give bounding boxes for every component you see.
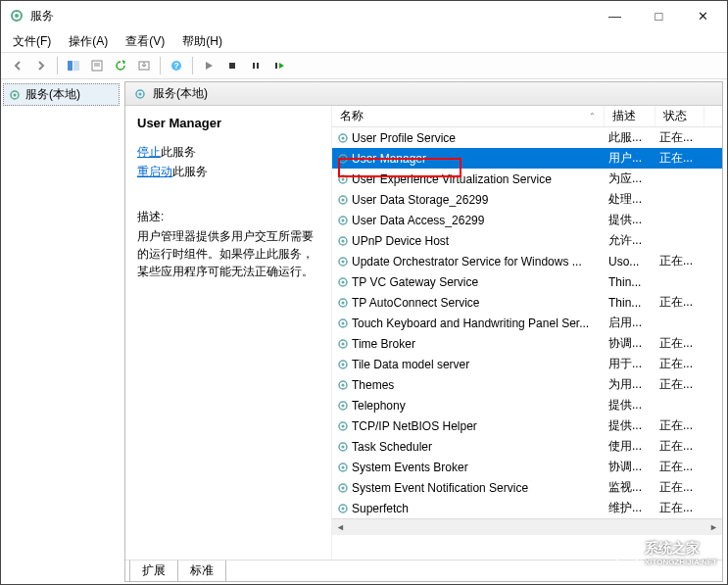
service-row[interactable]: User Data Access_26299提供... [332, 210, 722, 230]
gear-icon [336, 481, 350, 495]
toolbar-separator [192, 57, 193, 74]
show-hide-tree-button[interactable] [63, 55, 84, 76]
service-name: User Profile Service [352, 131, 456, 145]
menu-help[interactable]: 帮助(H) [174, 31, 230, 52]
service-status: 正在... [655, 417, 704, 434]
export-button[interactable] [133, 55, 155, 76]
gear-icon [133, 87, 147, 101]
service-row[interactable]: TP AutoConnect ServiceThin...正在... [332, 292, 722, 313]
panel-title: 服务(本地) [153, 85, 208, 102]
tree-node-services-local[interactable]: 服务(本地) [3, 83, 120, 106]
gear-icon [336, 172, 350, 186]
service-name: Touch Keyboard and Handwriting Panel Ser… [352, 317, 589, 330]
service-desc: 维护... [605, 500, 655, 516]
pause-service-button[interactable] [245, 55, 267, 76]
left-tree-pane: 服务(本地) [1, 79, 122, 584]
svg-rect-3 [73, 61, 79, 71]
toolbar-separator [57, 57, 58, 74]
service-row[interactable]: UPnP Device Host允许... [332, 230, 722, 251]
service-status: 正在... [655, 150, 704, 167]
service-desc: 为应... [605, 171, 655, 187]
horizontal-scrollbar[interactable]: ◄ ► [332, 518, 722, 535]
stop-service-button[interactable] [221, 55, 243, 76]
close-button[interactable]: ✕ [681, 2, 725, 29]
services-list[interactable]: 名称⌃ 描述 状态 User Profile Service此服...正在...… [331, 106, 722, 560]
service-row[interactable]: User Manager用户...正在... [332, 148, 722, 169]
menu-action[interactable]: 操作(A) [61, 31, 116, 52]
minimize-button[interactable]: — [593, 2, 637, 29]
service-status: 正在... [655, 294, 704, 311]
service-desc: 允许... [605, 232, 655, 249]
gear-icon [336, 440, 350, 454]
service-desc: Thin... [605, 296, 655, 310]
service-row[interactable]: TP VC Gateway ServiceThin... [332, 271, 722, 292]
service-row[interactable]: Task Scheduler使用...正在... [332, 436, 722, 457]
gear-icon [336, 461, 350, 474]
refresh-button[interactable] [110, 55, 131, 76]
column-desc[interactable]: 描述 [605, 106, 655, 126]
description-text: 用户管理器提供多用户交互所需要的运行时组件。如果停止此服务，某些应用程序可能无法… [137, 227, 319, 280]
tab-extended[interactable]: 扩展 [129, 561, 178, 582]
list-header: 名称⌃ 描述 状态 [332, 106, 722, 127]
start-service-button[interactable] [198, 55, 219, 76]
restart-link[interactable]: 重启动 [137, 165, 172, 178]
service-name: Time Broker [352, 337, 415, 351]
service-row[interactable]: Touch Keyboard and Handwriting Panel Ser… [332, 313, 722, 333]
column-status[interactable]: 状态 [655, 106, 704, 126]
selected-service-name: User Manager [137, 116, 319, 130]
svg-point-55 [342, 507, 345, 510]
scroll-left-arrow[interactable]: ◄ [332, 519, 349, 535]
svg-point-25 [342, 198, 345, 201]
service-row[interactable]: System Events Broker协调...正在... [332, 457, 722, 477]
svg-point-39 [342, 342, 345, 345]
svg-point-43 [342, 383, 345, 386]
svg-point-35 [342, 301, 345, 304]
right-pane: 服务(本地) User Manager 停止此服务 重启动此服务 描述: 用户管… [124, 81, 723, 582]
service-row[interactable]: Update Orchestrator Service for Windows … [332, 251, 722, 271]
main-area: 服务(本地) 服务(本地) User Manager 停止此服务 重启动此服务 … [1, 79, 727, 584]
service-desc: Uso... [605, 255, 655, 268]
service-name: TP AutoConnect Service [352, 296, 480, 310]
svg-point-37 [342, 321, 345, 324]
service-desc: 提供... [605, 417, 655, 434]
restart-service-button[interactable] [268, 55, 290, 76]
gear-icon [336, 399, 350, 413]
service-desc: 用于... [605, 356, 655, 372]
svg-point-1 [15, 14, 19, 18]
menu-view[interactable]: 查看(V) [118, 31, 172, 52]
service-status: 正在... [655, 500, 704, 516]
watermark: 系统之家 XITONGZHIJIA.NET [613, 539, 717, 566]
column-name[interactable]: 名称⌃ [332, 106, 605, 126]
svg-point-27 [342, 219, 345, 221]
service-row[interactable]: TCP/IP NetBIOS Helper提供...正在... [332, 415, 722, 436]
service-row[interactable]: Tile Data model server用于...正在... [332, 354, 722, 374]
service-row[interactable]: User Profile Service此服...正在... [332, 127, 722, 148]
service-name: UPnP Device Host [352, 234, 449, 248]
tab-standard[interactable]: 标准 [177, 561, 226, 582]
help-button[interactable]: ? [166, 55, 187, 76]
forward-button[interactable] [30, 55, 52, 76]
service-row[interactable]: Time Broker协调...正在... [332, 333, 722, 354]
service-status: 正在... [655, 459, 704, 475]
panel-body: User Manager 停止此服务 重启动此服务 描述: 用户管理器提供多用户… [125, 106, 722, 560]
service-row[interactable]: User Data Storage_26299处理... [332, 189, 722, 210]
service-row[interactable]: Telephony提供... [332, 395, 722, 415]
menu-file[interactable]: 文件(F) [5, 31, 59, 52]
service-row[interactable]: User Experience Virtualization Service为应… [332, 169, 722, 189]
svg-point-51 [342, 465, 345, 468]
svg-rect-13 [275, 63, 277, 69]
service-row[interactable]: System Event Notification Service监视...正在… [332, 477, 722, 498]
service-row[interactable]: Superfetch维护...正在... [332, 498, 722, 518]
service-desc: Thin... [605, 275, 655, 289]
svg-point-31 [342, 260, 345, 263]
service-status: 正在... [655, 376, 704, 393]
properties-button[interactable] [86, 55, 108, 76]
scroll-right-arrow[interactable]: ► [705, 519, 722, 535]
service-status: 正在... [655, 253, 704, 269]
svg-rect-12 [257, 63, 259, 69]
maximize-button[interactable]: □ [637, 2, 681, 29]
service-name: Telephony [352, 399, 406, 413]
service-row[interactable]: Themes为用...正在... [332, 374, 722, 395]
stop-link[interactable]: 停止 [137, 145, 161, 159]
back-button[interactable] [7, 55, 28, 76]
